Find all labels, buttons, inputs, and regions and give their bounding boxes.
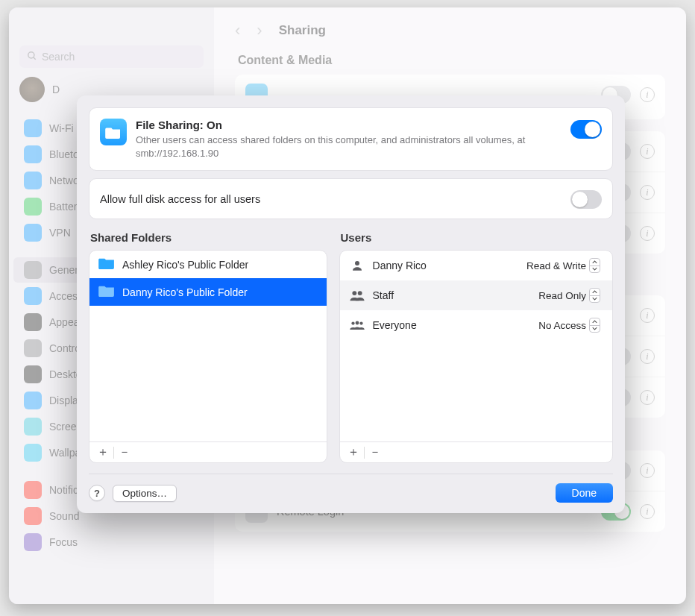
file-sharing-text: File Sharing: On Other users can access … [136, 119, 562, 160]
permission-label: Read Only [538, 290, 586, 301]
file-sharing-description: Other users can access shared folders on… [136, 133, 562, 160]
file-sharing-toggle[interactable] [570, 120, 602, 139]
user-icon [349, 289, 365, 302]
user-item[interactable]: EveryoneNo Access [340, 310, 612, 340]
permission-select[interactable]: Read & Write [523, 257, 603, 274]
add-user-button[interactable]: ＋ [345, 444, 362, 461]
permission-select[interactable]: No Access [535, 316, 603, 334]
svg-point-7 [359, 322, 362, 325]
svg-point-3 [352, 291, 356, 295]
shared-folders-header: Shared Folders [90, 231, 326, 244]
permission-stepper[interactable] [589, 318, 600, 333]
user-icon [349, 318, 365, 332]
users-header: Users [341, 231, 611, 244]
options-button[interactable]: Options… [113, 485, 177, 502]
user-name: Everyone [373, 319, 529, 331]
user-item[interactable]: StaffRead Only [340, 280, 612, 310]
permission-label: Read & Write [526, 260, 586, 271]
shared-folder-item[interactable]: Ashley Rico's Public Folder [89, 251, 327, 278]
permission-stepper[interactable] [589, 258, 600, 273]
full-disk-access-row: Allow full disk access for all users [89, 178, 613, 219]
file-sharing-header: File Sharing: On Other users can access … [89, 107, 613, 171]
done-button[interactable]: Done [556, 483, 613, 503]
svg-point-6 [355, 321, 359, 325]
users-list: Danny RicoRead & WriteStaffRead OnlyEver… [339, 250, 613, 463]
sheet-footer: ? Options… Done [89, 474, 613, 503]
folder-icon [98, 257, 115, 272]
user-name: Danny Rico [373, 260, 516, 271]
file-sharing-icon [100, 119, 127, 145]
users-footer: ＋ － [340, 441, 612, 462]
shared-folders-footer: ＋ － [89, 441, 327, 462]
folder-name: Danny Rico's Public Folder [122, 286, 248, 298]
permission-stepper[interactable] [589, 288, 600, 303]
permission-select[interactable]: Read Only [535, 286, 603, 304]
shared-folders-column: Shared Folders Ashley Rico's Public Fold… [89, 231, 327, 463]
file-sharing-sheet: File Sharing: On Other users can access … [77, 95, 625, 513]
shared-folder-item[interactable]: Danny Rico's Public Folder [89, 278, 327, 306]
user-icon [349, 259, 365, 272]
permission-label: No Access [538, 320, 586, 331]
remove-user-button[interactable]: － [366, 444, 384, 461]
full-disk-access-label: Allow full disk access for all users [100, 193, 570, 205]
folder-name: Ashley Rico's Public Folder [122, 259, 248, 271]
user-name: Staff [373, 289, 529, 301]
full-disk-access-toggle[interactable] [570, 190, 602, 209]
svg-point-5 [351, 322, 354, 325]
remove-folder-button[interactable]: － [116, 444, 133, 461]
add-folder-button[interactable]: ＋ [94, 444, 112, 461]
users-column: Users Danny RicoRead & WriteStaffRead On… [339, 231, 613, 463]
sharing-lists: Shared Folders Ashley Rico's Public Fold… [89, 231, 613, 463]
user-item[interactable]: Danny RicoRead & Write [340, 251, 612, 280]
folder-icon [98, 284, 115, 300]
svg-point-4 [357, 291, 362, 295]
shared-folders-list: Ashley Rico's Public FolderDanny Rico's … [89, 250, 327, 463]
file-sharing-title: File Sharing: On [136, 119, 562, 131]
help-button[interactable]: ? [89, 485, 105, 501]
svg-point-2 [355, 261, 359, 265]
